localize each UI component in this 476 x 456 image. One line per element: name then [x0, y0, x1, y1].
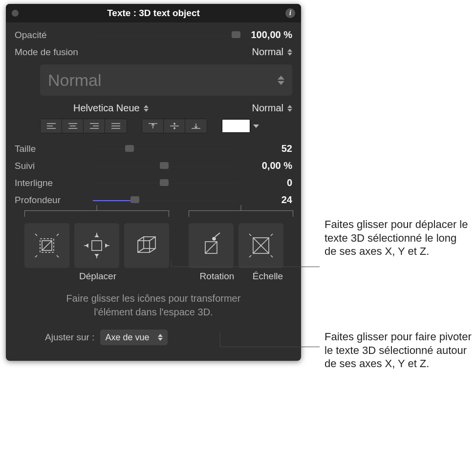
- slider-thumb-icon[interactable]: [160, 162, 169, 169]
- style-value: Normal: [48, 71, 102, 90]
- valign-middle-icon: [170, 123, 179, 129]
- svg-point-6: [213, 237, 216, 240]
- adjust-value: Axe de vue: [105, 332, 149, 343]
- inspector-panel: Texte : 3D text object i Opacité 100,00 …: [6, 4, 301, 361]
- leading-slider[interactable]: [93, 178, 238, 188]
- align-left-button[interactable]: [41, 119, 62, 133]
- blend-mode-row: Mode de fusion Normal: [6, 43, 301, 61]
- depth-label: Profondeur: [15, 195, 93, 206]
- move-label: Déplacer: [24, 271, 171, 282]
- adjust-row: Ajuster sur : Axe de vue: [6, 330, 301, 352]
- leading-value[interactable]: 0: [238, 177, 292, 188]
- bracket-decor: [24, 210, 292, 222]
- callout-move: Faites glisser pour déplacer le texte 3D…: [325, 218, 471, 258]
- move-group: [24, 223, 169, 268]
- color-swatch[interactable]: [222, 119, 250, 133]
- rotate-icon: [195, 230, 227, 261]
- adjust-select[interactable]: Axe de vue: [100, 330, 168, 345]
- chevron-up-down-icon: [287, 105, 292, 112]
- chevron-up-down-icon: [278, 76, 284, 85]
- depth-value[interactable]: 24: [238, 194, 292, 206]
- move-z-button[interactable]: [74, 223, 119, 268]
- move-depth-icon: [131, 230, 162, 261]
- chevron-up-down-icon: [287, 49, 292, 56]
- slider-thumb-icon[interactable]: [130, 196, 139, 203]
- callout-rotate: Faites glisser pour faire pivoter le tex…: [325, 330, 476, 371]
- formatting-toolbar: [6, 119, 301, 140]
- leading-row: Interligne 0: [6, 174, 301, 191]
- valign-bottom-icon: [191, 123, 201, 129]
- transform-labels: Déplacer Rotation Échelle: [6, 268, 301, 287]
- move-xy-icon: [31, 230, 63, 261]
- slider-thumb-icon[interactable]: [125, 145, 134, 152]
- color-dropdown-button[interactable]: [253, 124, 259, 128]
- align-center-icon: [68, 123, 78, 129]
- font-weight-value: Normal: [252, 103, 283, 114]
- window-title: Texte : 3D text object: [6, 8, 301, 19]
- font-weight-select[interactable]: Normal: [252, 103, 292, 114]
- align-justify-icon: [111, 123, 121, 129]
- opacity-row: Opacité 100,00 %: [6, 26, 301, 43]
- titlebar: Texte : 3D text object i: [6, 4, 301, 22]
- blend-mode-select[interactable]: Normal: [252, 46, 292, 58]
- transform-3d-tools: [6, 223, 301, 268]
- move-z-icon: [81, 230, 112, 261]
- valign-bottom-button[interactable]: [185, 119, 207, 133]
- slider-thumb-icon[interactable]: [232, 31, 240, 38]
- chevron-up-down-icon: [144, 105, 149, 112]
- tracking-label: Suivi: [15, 161, 93, 171]
- depth-row: Profondeur 24: [6, 191, 301, 208]
- font-family-value: Helvetica Neue: [73, 103, 140, 114]
- svg-rect-2: [92, 241, 102, 250]
- chevron-down-icon: [253, 124, 259, 128]
- vertical-align-segment: [142, 119, 207, 133]
- transform-hint: Faire glisser les icônes pour transforme…: [6, 287, 301, 330]
- callout-leader-2: [220, 347, 320, 347]
- horizontal-align-segment: [40, 119, 127, 133]
- chevron-up-down-icon: [158, 334, 163, 341]
- scale-button[interactable]: [238, 223, 283, 268]
- align-justify-button[interactable]: [105, 119, 127, 133]
- hint-line1: Faire glisser les icônes pour transforme…: [25, 291, 281, 305]
- align-right-button[interactable]: [84, 119, 105, 133]
- blend-mode-label: Mode de fusion: [15, 47, 93, 58]
- size-label: Taille: [15, 144, 93, 154]
- hint-line2: l'élément dans l'espace 3D.: [25, 305, 281, 319]
- adjust-label: Ajuster sur :: [45, 332, 94, 343]
- align-center-button[interactable]: [62, 119, 84, 133]
- leading-label: Interligne: [15, 178, 93, 188]
- tracking-slider[interactable]: [93, 161, 238, 171]
- opacity-value[interactable]: 100,00 %: [238, 29, 292, 41]
- callout-leader-1: [171, 267, 320, 267]
- valign-middle-button[interactable]: [164, 119, 185, 133]
- slider-thumb-icon[interactable]: [160, 179, 169, 186]
- size-value[interactable]: 52: [238, 143, 292, 154]
- align-right-icon: [89, 123, 99, 129]
- rotate-button[interactable]: [189, 223, 234, 268]
- align-left-icon: [46, 123, 56, 129]
- scale-label: Échelle: [243, 271, 292, 282]
- style-select[interactable]: Normal: [40, 64, 292, 96]
- size-row: Taille 52: [6, 140, 301, 157]
- tracking-row: Suivi 0,00 %: [6, 157, 301, 174]
- blend-mode-value: Normal: [252, 46, 283, 58]
- valign-top-button[interactable]: [142, 119, 164, 133]
- move-depth-button[interactable]: [124, 223, 169, 268]
- size-slider[interactable]: [93, 144, 238, 154]
- font-family-select[interactable]: Helvetica Neue: [73, 103, 149, 114]
- opacity-label: Opacité: [15, 30, 93, 41]
- rotate-label: Rotation: [193, 271, 241, 282]
- opacity-slider[interactable]: [93, 30, 238, 40]
- tracking-value[interactable]: 0,00 %: [238, 160, 292, 171]
- scale-icon: [245, 230, 277, 261]
- valign-top-icon: [148, 123, 158, 129]
- move-xy-button[interactable]: [24, 223, 69, 268]
- font-row: Helvetica Neue Normal: [6, 101, 301, 119]
- depth-slider[interactable]: [93, 195, 238, 205]
